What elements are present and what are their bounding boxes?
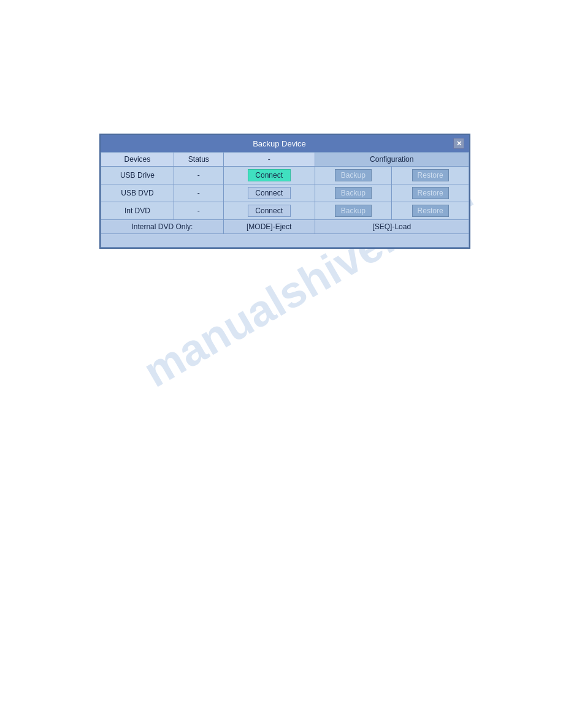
device-name-int-dvd: Int DVD [101, 202, 174, 220]
backup-cell-usb-drive: Backup [315, 167, 392, 184]
backup-cell-int-dvd: Backup [315, 202, 392, 220]
connect-cell-usb-drive: Connect [223, 167, 315, 184]
restore-cell-int-dvd: Restore [392, 202, 469, 220]
empty-row [101, 234, 469, 248]
restore-button-int-dvd[interactable]: Restore [412, 205, 449, 217]
col-header-status: Status [174, 153, 223, 167]
connect-cell-usb-dvd: Connect [223, 184, 315, 202]
restore-button-usb-drive[interactable]: Restore [412, 169, 449, 181]
table-row: Int DVD - Connect Backup Restore [101, 202, 469, 220]
connect-button-usb-drive[interactable]: Connect [248, 169, 291, 181]
eject-label: [MODE]-Eject [223, 220, 315, 234]
table-header-row: Devices Status - Configuration [101, 153, 469, 167]
restore-cell-usb-drive: Restore [392, 167, 469, 184]
connect-button-usb-dvd[interactable]: Connect [248, 187, 291, 199]
restore-cell-usb-dvd: Restore [392, 184, 469, 202]
status-int-dvd: - [174, 202, 223, 220]
backup-button-usb-dvd[interactable]: Backup [335, 187, 372, 199]
backup-cell-usb-dvd: Backup [315, 184, 392, 202]
close-button[interactable]: ✕ [453, 138, 464, 149]
device-table: Devices Status - Configuration USB Drive… [101, 152, 469, 248]
restore-button-usb-dvd[interactable]: Restore [412, 187, 449, 199]
connect-cell-int-dvd: Connect [223, 202, 315, 220]
device-name-usb-drive: USB Drive [101, 167, 174, 184]
table-row: USB DVD - Connect Backup Restore [101, 184, 469, 202]
connect-button-int-dvd[interactable]: Connect [248, 205, 291, 217]
backup-button-usb-drive[interactable]: Backup [335, 169, 372, 181]
dialog-titlebar: Backup Device ✕ [101, 135, 469, 152]
footer-row: Internal DVD Only: [MODE]-Eject [SEQ]-Lo… [101, 220, 469, 234]
col-header-devices: Devices [101, 153, 174, 167]
col-header-configuration: Configuration [315, 153, 469, 167]
status-usb-drive: - [174, 167, 223, 184]
dialog-title: Backup Device [105, 139, 453, 148]
internal-dvd-label: Internal DVD Only: [101, 220, 224, 234]
status-usb-dvd: - [174, 184, 223, 202]
load-label: [SEQ]-Load [315, 220, 469, 234]
col-header-dash: - [223, 153, 315, 167]
table-row: USB Drive - Connect Backup Restore [101, 167, 469, 184]
backup-device-dialog: Backup Device ✕ Devices Status - Configu… [99, 134, 470, 249]
device-name-usb-dvd: USB DVD [101, 184, 174, 202]
backup-button-int-dvd[interactable]: Backup [335, 205, 372, 217]
